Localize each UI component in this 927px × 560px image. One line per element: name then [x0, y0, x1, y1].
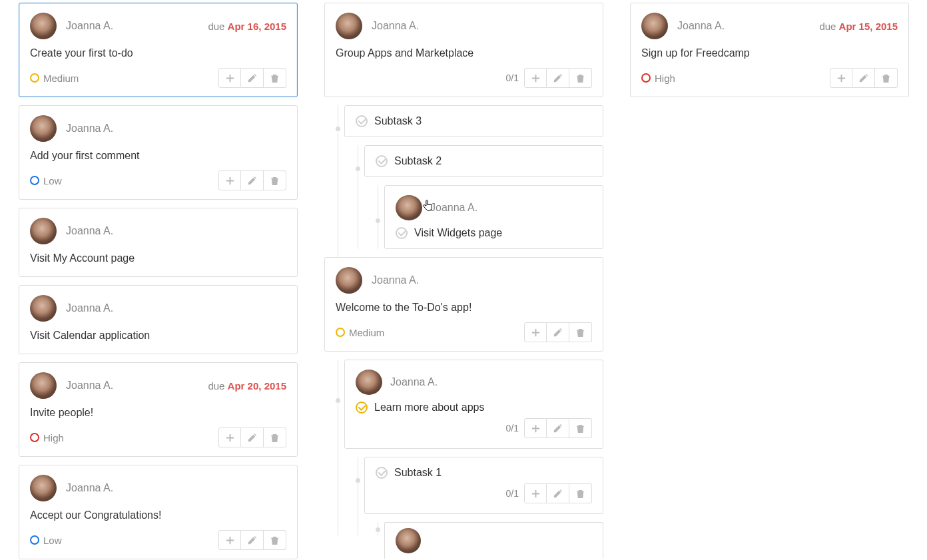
subtask-card[interactable]: Subtask 1 0/1: [364, 457, 603, 514]
assignee-name: Joanna A.: [677, 20, 725, 32]
avatar: [336, 13, 362, 39]
todo-card[interactable]: Joanna A. due Apr 15, 2015 Sign up for F…: [630, 3, 909, 97]
assignee-name: Joanna A.: [66, 20, 113, 32]
priority-badge: Medium: [336, 327, 384, 338]
due-date-label: due Apr 20, 2015: [208, 380, 286, 392]
column-2: Joanna A. Group Apps and Marketplace 0/1…: [324, 3, 603, 560]
delete-button[interactable]: [264, 427, 286, 447]
priority-icon-low: [30, 176, 39, 185]
subtask-title: Subtask 3: [374, 115, 422, 127]
add-button[interactable]: [524, 483, 547, 503]
due-date-label: due Apr 16, 2015: [208, 21, 286, 32]
edit-button[interactable]: [547, 68, 569, 88]
todo-title: Add your first comment: [30, 150, 286, 166]
add-button[interactable]: [218, 68, 241, 88]
edit-button[interactable]: [547, 483, 569, 503]
todo-card[interactable]: Joanna A. Add your first comment Low: [19, 105, 298, 200]
delete-button[interactable]: [569, 483, 592, 503]
subtask-counter: 0/1: [506, 73, 519, 83]
todo-title: Visit Calendar application: [30, 330, 286, 346]
priority-badge: High: [30, 432, 64, 443]
priority-badge: Medium: [30, 73, 79, 84]
priority-icon-high: [30, 433, 39, 442]
delete-button[interactable]: [569, 418, 592, 438]
avatar: [641, 13, 668, 39]
priority-badge: High: [641, 73, 675, 84]
add-button[interactable]: [218, 170, 241, 190]
priority-badge: Low: [30, 175, 62, 186]
edit-button[interactable]: [547, 418, 569, 438]
todo-title: Visit My Account page: [30, 252, 286, 268]
edit-button[interactable]: [241, 530, 264, 550]
todo-card[interactable]: Joanna A. Accept our Congratulations! Lo…: [19, 465, 298, 559]
todo-card[interactable]: Joanna A. due Apr 16, 2015 Create your f…: [19, 3, 298, 97]
todo-title: Create your first to-do: [30, 47, 286, 63]
delete-button[interactable]: [264, 68, 286, 88]
edit-button[interactable]: [241, 68, 264, 88]
avatar: [396, 195, 422, 220]
avatar: [30, 115, 57, 142]
add-button[interactable]: [218, 427, 241, 447]
edit-button[interactable]: [547, 322, 569, 342]
subtask-card[interactable]: Subtask 3: [344, 105, 603, 137]
column-1: Joanna A. due Apr 16, 2015 Create your f…: [19, 3, 298, 560]
add-button[interactable]: [524, 68, 547, 88]
avatar: [30, 372, 57, 399]
subtask-card[interactable]: Joanna A. Visit Widgets page: [384, 185, 603, 249]
assignee-name: Joanna A.: [66, 123, 113, 135]
todo-card[interactable]: Joanna A. Group Apps and Marketplace 0/1: [324, 3, 603, 97]
subtask-counter: 0/1: [506, 488, 519, 499]
priority-icon-medium: [336, 328, 345, 337]
add-button[interactable]: [218, 530, 241, 550]
subtask-title: Subtask 2: [394, 155, 442, 167]
subtask-title: Subtask 1: [394, 467, 442, 479]
avatar: [356, 370, 382, 395]
priority-badge: Low: [30, 535, 62, 546]
subtask-title: Visit Widgets page: [414, 227, 502, 239]
delete-button[interactable]: [264, 530, 286, 550]
check-icon[interactable]: [376, 155, 388, 167]
subtask-card[interactable]: Joanna A. Learn more about apps 0/1: [344, 360, 603, 449]
assignee-name: Joanna A.: [66, 302, 113, 314]
todo-card[interactable]: Joanna A. Visit My Account page: [19, 208, 298, 277]
assignee-name: Joanna A.: [372, 20, 419, 32]
avatar: [396, 528, 421, 553]
check-icon[interactable]: [376, 467, 388, 479]
add-button[interactable]: [524, 322, 547, 342]
check-icon[interactable]: [356, 402, 368, 414]
edit-button[interactable]: [852, 68, 875, 88]
subtask-card[interactable]: Subtask 2: [364, 145, 603, 177]
avatar: [30, 13, 57, 39]
check-icon[interactable]: [396, 227, 408, 239]
edit-button[interactable]: [241, 427, 264, 447]
check-icon[interactable]: [356, 115, 368, 127]
column-3: Joanna A. due Apr 15, 2015 Sign up for F…: [630, 3, 909, 560]
delete-button[interactable]: [569, 68, 592, 88]
add-button[interactable]: [830, 68, 852, 88]
assignee-name: Joanna A.: [390, 376, 438, 388]
todo-card[interactable]: Joanna A. Visit Calendar application: [19, 285, 298, 354]
add-button[interactable]: [524, 418, 547, 438]
avatar: [336, 267, 362, 294]
todo-card[interactable]: Joanna A. Welcome to the To-Do's app! Me…: [324, 257, 603, 352]
edit-button[interactable]: [241, 170, 264, 190]
todo-title: Accept our Congratulations!: [30, 509, 286, 525]
todo-title: Group Apps and Marketplace: [336, 47, 592, 63]
avatar: [30, 218, 57, 244]
assignee-name: Joanna A.: [66, 225, 113, 237]
todo-title: Invite people!: [30, 407, 286, 423]
assignee-name: Joanna A.: [372, 274, 419, 286]
todo-title: Sign up for Freedcamp: [641, 47, 898, 63]
todo-card[interactable]: Joanna A. due Apr 20, 2015 Invite people…: [19, 362, 298, 457]
priority-icon-low: [30, 535, 39, 545]
card-actions: [218, 68, 286, 88]
delete-button[interactable]: [875, 68, 898, 88]
todo-title: Welcome to the To-Do's app!: [336, 302, 592, 318]
subtask-title: Learn more about apps: [374, 402, 484, 414]
assignee-name: Joanna A.: [66, 380, 113, 392]
delete-button[interactable]: [569, 322, 592, 342]
delete-button[interactable]: [264, 170, 286, 190]
subtask-counter: 0/1: [506, 423, 519, 433]
due-date-label: due Apr 15, 2015: [819, 21, 898, 32]
assignee-name: Joanna A.: [66, 482, 113, 494]
